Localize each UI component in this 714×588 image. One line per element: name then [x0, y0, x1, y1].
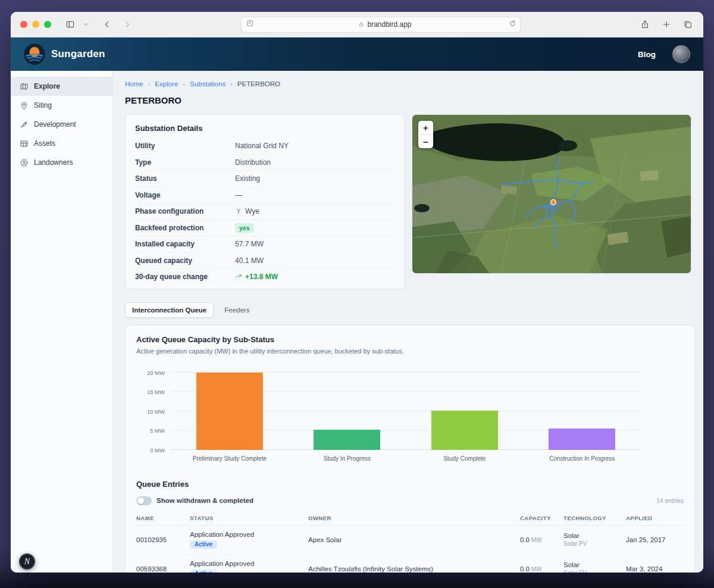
sidebar-item-label: Explore — [34, 82, 60, 90]
floating-n-button[interactable]: N — [19, 553, 35, 570]
sidebar-item-landowners[interactable]: Landowners — [11, 153, 112, 172]
capacity-unit: MW — [530, 566, 542, 573]
bar-preliminary-study-complete[interactable] — [196, 373, 263, 450]
url-bar-container: brandbird.app — [133, 17, 628, 33]
entries-count: 14 entries — [656, 497, 684, 504]
blog-link[interactable]: Blog — [638, 50, 656, 59]
detail-row-utility: UtilityNational Grid NY — [135, 137, 394, 154]
detail-value: Distribution — [235, 158, 271, 167]
x-axis-label: Study In Progress — [289, 455, 406, 462]
detail-label: Voltage — [135, 191, 235, 199]
detail-row-queued-capacity: Queued capacity40.1 MW — [135, 252, 394, 269]
queue-filter-row: Show withdrawn & completed 14 entries — [136, 496, 684, 505]
zoom-out-button[interactable]: − — [418, 135, 433, 148]
refresh-icon[interactable] — [509, 19, 516, 30]
cell-applied: Jan 25, 2017 — [626, 536, 684, 543]
back-icon[interactable] — [101, 18, 113, 30]
satellite-map[interactable] — [412, 115, 691, 273]
breadcrumb-link-explore[interactable]: Explore — [155, 80, 178, 87]
cell-owner: Apex Solar — [308, 536, 520, 543]
chart-bar-column — [171, 373, 289, 450]
tab-interconnection-queue[interactable]: Interconnection Queue — [125, 302, 214, 318]
browser-actions — [639, 18, 694, 30]
x-axis-label: Study Complete — [406, 455, 524, 462]
detail-value: 40.1 MW — [235, 257, 264, 265]
bar-construction-in-progress[interactable] — [549, 429, 615, 449]
close-button[interactable] — [20, 21, 27, 28]
top-row: Substation Details UtilityNational Grid … — [125, 114, 695, 289]
bar-study-in-progress[interactable] — [314, 430, 380, 450]
show-withdrawn-toggle[interactable] — [136, 496, 152, 505]
sidebar-item-development[interactable]: Development — [11, 115, 112, 134]
detail-value: — — [235, 191, 242, 199]
tab-feeders[interactable]: Feeders — [217, 302, 256, 318]
forward-icon[interactable] — [121, 18, 133, 30]
sidebar-item-label: Development — [34, 120, 76, 129]
chart-plot-area: 0 MW5 MW10 MW15 MW20 MW — [171, 373, 641, 450]
sidebar-item-explore[interactable]: Explore — [11, 77, 112, 96]
detail-row-installed-capacity: Installed capacity57.7 MW — [135, 236, 394, 252]
url-bar[interactable]: brandbird.app — [241, 17, 521, 33]
breadcrumb-separator: › — [230, 80, 233, 87]
fullscreen-button[interactable] — [44, 21, 51, 28]
sidebar-item-label: Landowners — [34, 158, 73, 167]
reader-icon[interactable] — [246, 19, 254, 30]
detail-value: National Grid NY — [235, 142, 289, 150]
y-axis-tick: 10 MW — [147, 408, 165, 414]
breadcrumb-link-substations[interactable]: Substations — [190, 80, 226, 87]
details-rows: UtilityNational Grid NYTypeDistributionS… — [135, 137, 394, 285]
chart-bar-column — [289, 373, 406, 450]
share-icon[interactable] — [639, 18, 651, 30]
trend-up-icon — [235, 273, 242, 280]
rocket-icon — [20, 120, 29, 129]
brand[interactable]: Sungarden — [24, 43, 105, 65]
detail-label: Backfeed protection — [135, 224, 235, 232]
pin-icon — [20, 101, 29, 110]
chart-x-axis: Preliminary Study CompleteStudy In Progr… — [171, 455, 641, 462]
breadcrumb-separator: › — [148, 80, 151, 87]
bar-chart: 0 MW5 MW10 MW15 MW20 MW Preliminary Stud… — [136, 373, 684, 462]
toggle-knob — [137, 498, 144, 504]
column-header-name: NAME — [136, 515, 190, 521]
detail-label: Installed capacity — [135, 240, 235, 248]
detail-label: Queued capacity — [135, 257, 235, 265]
status-badge: Active — [190, 570, 217, 573]
new-tab-icon[interactable] — [660, 18, 672, 30]
bar-study-complete[interactable] — [431, 411, 498, 450]
sidebar-item-siting[interactable]: Siting — [11, 96, 112, 115]
detail-label: 30-day queue change — [135, 273, 235, 281]
sidebar-item-assets[interactable]: Assets — [11, 134, 112, 153]
sidebar-toggle-icon[interactable] — [64, 18, 76, 30]
tabs-overview-icon[interactable] — [682, 18, 694, 30]
y-axis-tick: 20 MW — [147, 369, 165, 376]
y-axis-tick: 5 MW — [150, 427, 165, 434]
sungarden-logo-icon — [24, 43, 45, 65]
detail-label: Type — [135, 158, 235, 167]
column-header-technology: TECHNOLOGY — [563, 515, 626, 521]
y-axis-tick: 15 MW — [147, 389, 165, 395]
substation-marker — [551, 199, 556, 205]
zoom-in-button[interactable]: + — [418, 121, 433, 135]
wye-icon — [235, 208, 242, 215]
page-title: PETERBORO — [125, 95, 695, 105]
breadcrumb-link-home[interactable]: Home — [125, 80, 143, 87]
minimize-button[interactable] — [32, 21, 39, 28]
detail-row-status: StatusExisting — [135, 170, 394, 187]
breadcrumb-separator: › — [183, 80, 185, 87]
toggle-label: Show withdrawn & completed — [156, 497, 253, 504]
cell-name: 00102935 — [136, 536, 190, 543]
user-avatar[interactable] — [672, 45, 690, 63]
cell-technology: SolarSolar PV — [563, 532, 626, 547]
breadcrumb-current: PETERBORO — [237, 80, 280, 87]
status-badge: Active — [190, 540, 217, 549]
sidebar-item-label: Assets — [34, 139, 55, 148]
backfeed-badge: yes — [235, 223, 254, 233]
detail-value: yes — [235, 223, 254, 233]
detail-row-30-day-queue-change: 30-day queue change+13.8 MW — [135, 268, 394, 285]
chart-bar-column — [524, 373, 641, 450]
table-row[interactable]: 00593368Application ApprovedActiveAchill… — [136, 555, 684, 573]
table-row[interactable]: 00102935Application ApprovedActiveApex S… — [136, 526, 684, 555]
chevron-down-icon[interactable] — [80, 18, 92, 30]
technology-sub: Solar PV — [563, 540, 626, 547]
lock-icon — [358, 21, 364, 27]
